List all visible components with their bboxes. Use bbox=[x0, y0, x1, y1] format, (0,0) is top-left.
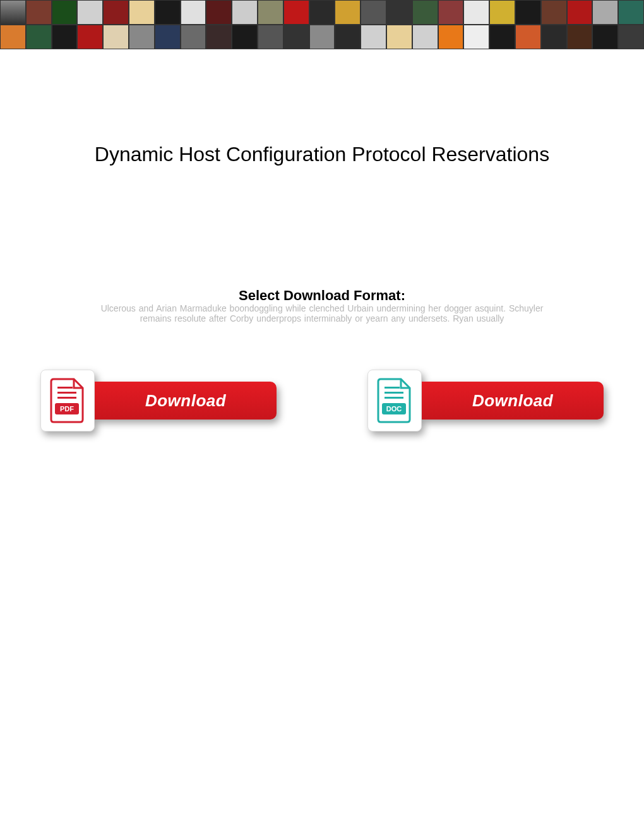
download-doc-button[interactable]: DOC Download bbox=[367, 370, 604, 432]
download-pill: Download bbox=[82, 382, 277, 420]
svg-rect-5 bbox=[385, 387, 400, 389]
download-format-heading: Select Download Format: bbox=[0, 287, 644, 304]
pdf-badge-label: PDF bbox=[60, 405, 74, 413]
svg-rect-6 bbox=[385, 392, 403, 394]
doc-badge-label: DOC bbox=[386, 405, 402, 413]
doc-file-icon: DOC bbox=[367, 370, 422, 432]
svg-rect-2 bbox=[57, 392, 76, 394]
download-doc-label: Download bbox=[472, 391, 553, 411]
page-title: Dynamic Host Configuration Protocol Rese… bbox=[0, 143, 644, 166]
download-pdf-button[interactable]: PDF Download bbox=[40, 370, 277, 432]
pdf-file-icon: PDF bbox=[40, 370, 95, 432]
svg-rect-7 bbox=[385, 397, 403, 399]
svg-rect-3 bbox=[57, 397, 76, 399]
svg-rect-1 bbox=[57, 387, 73, 389]
thumbnail-collage-banner bbox=[0, 0, 644, 49]
download-buttons-row: PDF Download DOC Download bbox=[0, 370, 644, 432]
watermark-text-line-2: remains resolute after Corby underprops … bbox=[0, 313, 644, 324]
download-pill: Download bbox=[409, 382, 604, 420]
download-pdf-label: Download bbox=[145, 391, 226, 411]
